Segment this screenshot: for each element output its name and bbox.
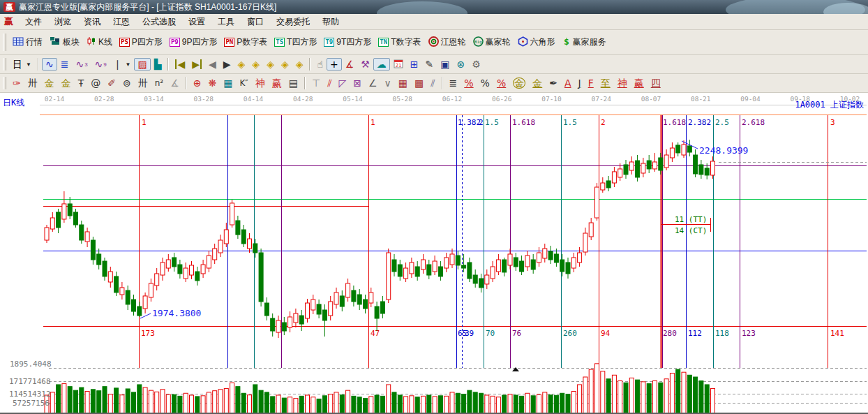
menu-item-3[interactable]: 江恩 bbox=[107, 15, 136, 29]
draw-spiral-icon[interactable]: @ bbox=[87, 77, 104, 89]
draw-gann-gold-1-icon[interactable]: 金 bbox=[41, 77, 58, 89]
toolbar-kline-button[interactable]: K线 bbox=[83, 35, 116, 50]
nav-zoom-fit-icon[interactable]: ◈ bbox=[292, 58, 307, 71]
toolbar-grip[interactable] bbox=[3, 77, 6, 89]
nav-wave-9-icon[interactable]: ∿9 bbox=[91, 58, 110, 71]
draw-si-angle-icon[interactable]: 四 bbox=[648, 77, 664, 89]
menu-item-9[interactable]: 帮助 bbox=[316, 15, 345, 29]
nav-wave-3-icon[interactable]: ∿3 bbox=[72, 58, 91, 71]
nav-calendar-icon[interactable]: 21 bbox=[390, 57, 407, 72]
draw-draw-pen-icon[interactable]: ✑ bbox=[9, 77, 24, 89]
draw-shen-tool-icon[interactable]: 神 bbox=[252, 77, 269, 89]
nav-candle-style-dropdown-icon[interactable]: ❘▼ bbox=[110, 58, 135, 71]
toolbar-t-square-button[interactable]: TST四方形 bbox=[271, 35, 320, 50]
draw-shen-angle-icon[interactable]: 神 bbox=[614, 77, 631, 89]
toolbar-9t-square-button[interactable]: T99T四方形 bbox=[320, 35, 375, 50]
nav-pattern-scan-icon[interactable]: ▨ bbox=[134, 58, 150, 71]
draw-parallel-lines-icon[interactable]: ⫽ bbox=[427, 77, 438, 89]
toolbar-grip[interactable] bbox=[3, 34, 6, 51]
draw-fibo-f-icon[interactable]: Ŧ bbox=[75, 77, 88, 89]
nav-magic-tools-icon[interactable]: ⚒ bbox=[357, 58, 373, 71]
nav-crosshair-icon[interactable]: + bbox=[327, 58, 342, 71]
nav-shift-left-icon[interactable]: ◈ bbox=[234, 58, 249, 71]
candle-style-dropdown-dropdown-arrow[interactable]: ▼ bbox=[126, 61, 131, 68]
draw-zigzag-line-icon[interactable]: ∨ bbox=[381, 77, 395, 89]
draw-percent-icon[interactable]: % bbox=[477, 77, 493, 89]
draw-web-grid-icon[interactable]: ▦ bbox=[220, 77, 236, 89]
toolbar-winner-wheel-button[interactable]: Big赢家轮 bbox=[470, 35, 514, 50]
draw-brush-pen-icon[interactable]: ✒ bbox=[546, 77, 561, 89]
nav-notes-edit-icon[interactable]: ✎ bbox=[422, 58, 437, 71]
draw-zhi-angle-icon[interactable]: 至 bbox=[597, 77, 614, 89]
draw-f-angle-icon[interactable]: F bbox=[585, 77, 597, 89]
nav-period-day-dropdown-icon[interactable]: 日▼ bbox=[9, 58, 35, 71]
nav-angle-measure-icon[interactable]: ∡ bbox=[342, 58, 358, 71]
draw-gann-gold-2-icon[interactable]: 金 bbox=[58, 77, 75, 89]
draw-grid-red-2-icon[interactable]: ▩ bbox=[411, 77, 427, 89]
draw-gold-line-icon[interactable]: 金 bbox=[529, 77, 546, 89]
nav-save-disk-icon[interactable]: ▣ bbox=[437, 58, 453, 71]
draw-win-tool-icon[interactable]: 赢 bbox=[269, 77, 285, 89]
nav-pan-hand-icon[interactable]: ☝ bbox=[313, 58, 327, 71]
draw-percent-line-icon[interactable]: % bbox=[461, 77, 477, 89]
draw-star-web-icon[interactable]: ❋ bbox=[204, 77, 220, 89]
nav-last-bar-icon[interactable]: ▶ bbox=[188, 58, 205, 71]
nav-web-data-icon[interactable]: ⊛ bbox=[454, 58, 469, 71]
nav-first-bar-icon[interactable]: ◀ bbox=[172, 58, 188, 71]
toolbar-p-square-button[interactable]: PSP四方形 bbox=[116, 35, 166, 50]
menu-item-4[interactable]: 公式选股 bbox=[136, 15, 182, 29]
volume-bar bbox=[352, 396, 356, 413]
nav-info-panel-icon[interactable]: ≣ bbox=[57, 58, 73, 71]
draw-j-angle-icon[interactable]: J bbox=[575, 77, 585, 89]
draw-k-note-icon[interactable]: K″ bbox=[236, 77, 251, 89]
toolbar-9p-square-button[interactable]: P99P四方形 bbox=[166, 35, 221, 50]
draw-grid-hatch-icon[interactable]: 卅 bbox=[24, 77, 41, 89]
toolbar-p-number-table-button[interactable]: PNP数字表 bbox=[220, 35, 271, 50]
toolbar-winner-service-button[interactable]: $赢家服务 bbox=[559, 35, 610, 50]
toolbar-hexagon-button[interactable]: 六角形 bbox=[514, 35, 559, 50]
toolbar-gann-wheel-button[interactable]: 江恩轮 bbox=[425, 35, 470, 50]
menu-item-5[interactable]: 设置 bbox=[182, 15, 211, 29]
nav-zoom-in-h-icon[interactable]: ◈ bbox=[263, 58, 278, 71]
nav-prev-bar-icon[interactable]: ◀ bbox=[205, 58, 220, 71]
draw-trend-angle-icon[interactable]: ∠ bbox=[365, 77, 381, 89]
nav-next-bar-icon[interactable]: ▶ bbox=[220, 58, 234, 71]
menu-item-8[interactable]: 交易委托 bbox=[270, 15, 316, 29]
period-day-dropdown-dropdown-arrow[interactable]: ▼ bbox=[26, 61, 31, 68]
draw-gold-circle-icon[interactable]: 金 bbox=[509, 76, 529, 90]
draw-ruler-123-icon[interactable]: ▤ bbox=[285, 77, 301, 89]
menu-item-2[interactable]: 资讯 bbox=[77, 15, 107, 29]
draw-grid-red-icon[interactable]: ▦ bbox=[395, 77, 411, 89]
menu-item-7[interactable]: 窗口 bbox=[241, 15, 270, 29]
nav-zoom-out-h-icon[interactable]: ◈ bbox=[278, 58, 292, 71]
menu-item-1[interactable]: 浏览 bbox=[48, 15, 77, 29]
kline-chart[interactable]: 02-1402-2803-1403-2804-1404-2805-1405-28… bbox=[0, 93, 868, 414]
nav-volume-profile-icon[interactable]: ▙ bbox=[151, 58, 165, 71]
nav-ai-cloud-icon[interactable]: ☁ bbox=[373, 58, 390, 71]
toolbar-quotes-button[interactable]: 行情 bbox=[9, 35, 46, 50]
draw-fan-lines-icon[interactable]: ⫽ bbox=[324, 77, 335, 89]
toolbar-t-number-table-button[interactable]: TNT数字表 bbox=[375, 35, 424, 50]
nav-calculator-icon[interactable]: ⊞ bbox=[407, 58, 422, 71]
draw-win-angle-icon[interactable]: 赢 bbox=[631, 77, 648, 89]
draw-draw-pen-2-icon[interactable]: ✐ bbox=[104, 77, 119, 89]
menu-item-0[interactable]: 文件 bbox=[19, 15, 48, 29]
draw-a-wave-icon[interactable]: A bbox=[561, 77, 575, 89]
draw-t-square-tool-icon[interactable]: ⊤ bbox=[308, 77, 324, 89]
chart-area[interactable]: 02-1402-2803-1403-2804-1404-2805-1405-28… bbox=[0, 93, 868, 414]
draw-price-scale-icon[interactable]: ≣ bbox=[446, 77, 461, 89]
draw-box-x-icon[interactable]: ⊠ bbox=[350, 77, 365, 89]
toolbar-grip[interactable] bbox=[3, 58, 6, 71]
draw-n-square-icon[interactable]: n² bbox=[151, 77, 167, 89]
draw-angle-gray-icon[interactable]: ∡ bbox=[167, 77, 183, 89]
nav-system-refresh-icon[interactable]: ⚙ bbox=[468, 58, 484, 71]
draw-grid-hatch-2-icon[interactable]: 卅 bbox=[135, 77, 151, 89]
nav-overlay-curve-icon[interactable]: ∿ bbox=[42, 58, 57, 71]
toolbar-sectors-button[interactable]: 板块 bbox=[46, 35, 83, 50]
draw-percent-under-icon[interactable]: % bbox=[493, 77, 509, 89]
draw-cycle-circle-icon[interactable]: ⊚ bbox=[119, 77, 135, 89]
draw-fan-box-icon[interactable]: ◸ bbox=[336, 77, 350, 89]
nav-shift-right-icon[interactable]: ◈ bbox=[248, 58, 263, 71]
draw-circle-cross-icon[interactable]: ⊕ bbox=[190, 77, 205, 89]
menu-item-6[interactable]: 工具 bbox=[211, 15, 241, 29]
